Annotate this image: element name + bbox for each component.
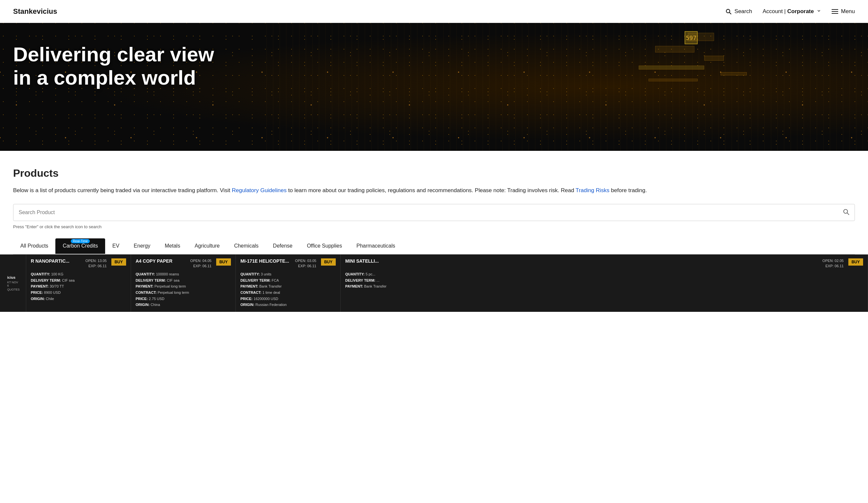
desc-part3: before trading. bbox=[611, 187, 647, 193]
detail-value: CIF sea bbox=[62, 278, 75, 282]
detail-value: 30/70 TT bbox=[50, 284, 64, 288]
tab-carbon-credits[interactable]: Real-TimeCarbon Credits bbox=[55, 238, 105, 254]
detail-value: 100 KG bbox=[51, 272, 63, 276]
tab-label-5: Agriculture bbox=[195, 243, 219, 249]
tab-ev[interactable]: EV bbox=[105, 238, 126, 254]
detail-value: 16200000 USD bbox=[254, 297, 278, 301]
search-hint: Press "Enter" or click the search icon t… bbox=[13, 224, 855, 229]
detail-label: PRICE: bbox=[136, 297, 148, 301]
detail-value: Bank Transfer bbox=[259, 284, 281, 288]
buy-button-card-1[interactable]: BUY bbox=[111, 258, 126, 265]
desc-part2: to learn more about our trading policies… bbox=[288, 187, 576, 193]
product-card-partial-left: icius KT NOV 6 QUOTES bbox=[0, 254, 26, 312]
header-account[interactable]: Account | Corporate bbox=[763, 8, 821, 15]
tab-pharmaceuticals[interactable]: Pharmaceuticals bbox=[349, 238, 402, 254]
detail-label: DELIVERY TERM: bbox=[345, 278, 375, 282]
header-search-button[interactable]: Search bbox=[725, 8, 752, 15]
menu-button[interactable]: Menu bbox=[831, 8, 855, 15]
product-name: MI-171E HELICOPTE... bbox=[240, 258, 295, 264]
detail-label: CONTRACT: bbox=[240, 291, 261, 294]
tab-label-8: Office Supplies bbox=[307, 243, 342, 249]
search-product-input[interactable] bbox=[13, 204, 855, 221]
svg-line-3 bbox=[847, 213, 849, 215]
detail-label: CONTRACT: bbox=[136, 291, 157, 294]
detail-label: QUANTITY: bbox=[240, 272, 260, 276]
tab-label-1: Carbon Credits bbox=[63, 243, 98, 249]
tab-all-products[interactable]: All Products bbox=[13, 238, 55, 254]
glow-block-5 bbox=[721, 72, 747, 76]
hero-headline: Delivering clear view in a complex world bbox=[13, 43, 214, 90]
detail-label: PRICE: bbox=[31, 291, 43, 294]
tab-defense[interactable]: Defense bbox=[266, 238, 300, 254]
partial-quotes: QUOTES bbox=[7, 288, 20, 291]
card-header: A4 COPY PAPER OPEN: 04.05 EXP: 06.11 BUY bbox=[136, 258, 231, 269]
products-title: Products bbox=[13, 167, 855, 179]
tab-energy[interactable]: Energy bbox=[126, 238, 157, 254]
buy-button-card-2[interactable]: BUY bbox=[216, 258, 231, 265]
detail-value: 100000 reams bbox=[156, 272, 179, 276]
product-card-card-4: MINI SATELLI... OPEN: 02.05 EXP: 06.11 B… bbox=[341, 254, 868, 312]
search-bar-container bbox=[13, 204, 855, 221]
detail-label: PAYMENT: bbox=[240, 284, 258, 288]
detail-value: Perpetual long term bbox=[157, 291, 189, 294]
partial-date: KT NOV 6 bbox=[7, 281, 19, 287]
category-tabs: All ProductsReal-TimeCarbon CreditsEVEne… bbox=[13, 238, 855, 254]
svg-point-0 bbox=[726, 9, 730, 13]
tab-agriculture[interactable]: Agriculture bbox=[187, 238, 227, 254]
tab-label-9: Pharmaceuticals bbox=[356, 243, 395, 249]
trading-risks-link[interactable]: Trading Risks bbox=[576, 187, 609, 193]
hero-headline-line1: Delivering clear view bbox=[13, 43, 214, 66]
detail-label: PRICE: bbox=[240, 297, 252, 301]
tab-chemicals[interactable]: Chemicals bbox=[227, 238, 266, 254]
detail-value: Perpetual long term bbox=[154, 284, 186, 288]
tab-label-6: Chemicals bbox=[234, 243, 259, 249]
detail-label: PAYMENT: bbox=[136, 284, 153, 288]
tab-label-2: EV bbox=[112, 243, 119, 249]
account-prefix: Account | bbox=[763, 8, 787, 14]
product-details: QUANTITY: 100 KGDELIVERY TERM: CIF seaPA… bbox=[31, 271, 126, 302]
tab-label-4: Metals bbox=[165, 243, 180, 249]
tab-metals[interactable]: Metals bbox=[157, 238, 187, 254]
product-open-exp: OPEN: 13.05 EXP: 06.11 bbox=[85, 258, 107, 269]
account-role: Corporate bbox=[787, 8, 814, 14]
product-name: MINI SATELLI... bbox=[345, 258, 823, 264]
detail-label: PAYMENT: bbox=[345, 284, 363, 288]
card-header: MINI SATELLI... OPEN: 02.05 EXP: 06.11 B… bbox=[345, 258, 863, 269]
left-partial-content: icius KT NOV 6 QUOTES bbox=[4, 258, 21, 308]
product-open-exp: OPEN: 02.05 EXP: 06.11 bbox=[823, 258, 844, 269]
menu-label: Menu bbox=[841, 8, 855, 15]
partial-logo: icius bbox=[7, 275, 16, 279]
detail-label: DELIVERY TERM: bbox=[136, 278, 166, 282]
detail-value: 1 time deal bbox=[262, 291, 280, 294]
hero-section: 597 Delivering clear view in a complex w… bbox=[0, 23, 868, 151]
hamburger-icon bbox=[831, 9, 838, 14]
search-bar-icon[interactable] bbox=[843, 208, 850, 217]
buy-button-card-3[interactable]: BUY bbox=[321, 258, 336, 265]
glow-block-6 bbox=[649, 79, 698, 81]
detail-label: DELIVERY TERM: bbox=[31, 278, 61, 282]
tab-label-0: All Products bbox=[20, 243, 48, 249]
detail-label: QUANTITY: bbox=[136, 272, 155, 276]
reg-guidelines-link[interactable]: Regulatory Guidelines bbox=[232, 187, 287, 193]
search-label: Search bbox=[734, 8, 752, 15]
product-card-card-3: MI-171E HELICOPTE... OPEN: 03.05 EXP: 06… bbox=[236, 254, 341, 312]
tab-office-supplies[interactable]: Office Supplies bbox=[300, 238, 349, 254]
tab-label-3: Energy bbox=[134, 243, 150, 249]
detail-value: 3 units bbox=[261, 272, 271, 276]
detail-value: Russian Federation bbox=[256, 303, 287, 306]
detail-label: DELIVERY TERM: bbox=[240, 278, 270, 282]
buy-button-card-4[interactable]: BUY bbox=[848, 258, 863, 265]
detail-value: 2.75 USD bbox=[149, 297, 164, 301]
svg-point-2 bbox=[844, 210, 848, 213]
site-logo[interactable]: Stankevicius bbox=[13, 7, 57, 16]
detail-label: QUANTITY: bbox=[31, 272, 50, 276]
product-card-card-2: A4 COPY PAPER OPEN: 04.05 EXP: 06.11 BUY… bbox=[131, 254, 236, 312]
glow-block-2 bbox=[655, 46, 694, 52]
product-card-card-1: R NANOPARTIC... OPEN: 13.05 EXP: 06.11 B… bbox=[26, 254, 131, 312]
detail-label: ORIGIN: bbox=[136, 303, 150, 306]
detail-label: ORIGIN: bbox=[31, 297, 45, 301]
header-right: Search Account | Corporate Menu bbox=[725, 8, 855, 15]
svg-line-1 bbox=[730, 12, 731, 14]
detail-value: ... bbox=[376, 278, 379, 282]
detail-label: PAYMENT: bbox=[31, 284, 49, 288]
